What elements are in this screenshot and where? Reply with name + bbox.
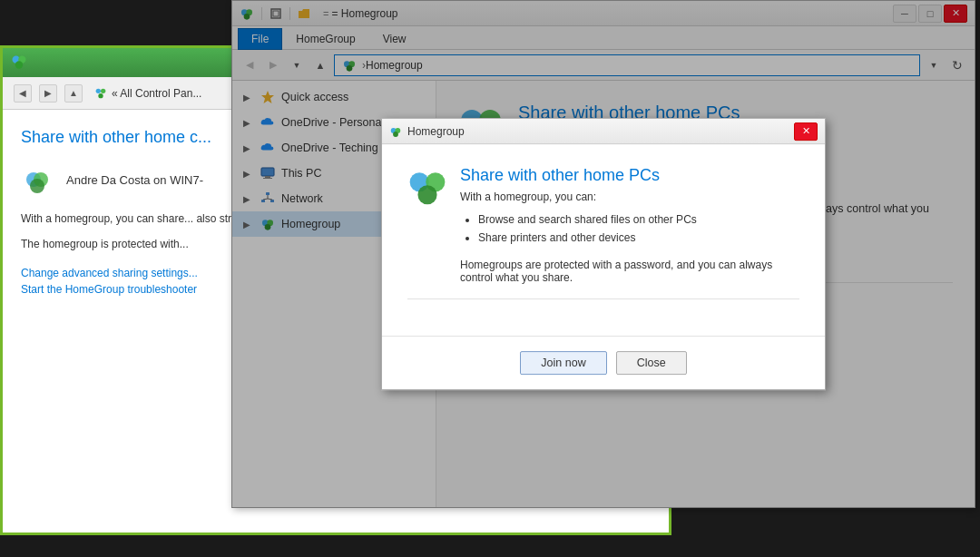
dialog-footer: Join now Close bbox=[382, 336, 825, 389]
bg-window-icon bbox=[10, 54, 28, 72]
dialog-desc: With a homegroup, you can: bbox=[460, 191, 799, 203]
svg-point-2 bbox=[15, 61, 23, 68]
svg-point-39 bbox=[417, 185, 436, 204]
bg-up-btn[interactable]: ▲ bbox=[64, 84, 83, 103]
dialog-share-title: Share with other home PCs bbox=[460, 166, 799, 185]
svg-point-36 bbox=[393, 132, 398, 137]
control-panel-icon bbox=[93, 86, 108, 101]
bg-back-btn[interactable]: ◀ bbox=[14, 84, 32, 103]
bg-forward-btn[interactable]: ▶ bbox=[39, 84, 57, 103]
homegroup-dialog: Homegroup ✕ Share with other home PCs Wi… bbox=[381, 118, 826, 390]
user-icon bbox=[21, 161, 57, 198]
bg-address-text: « All Control Pan... bbox=[112, 87, 201, 100]
dialog-list: Browse and search shared files on other … bbox=[478, 210, 799, 248]
dialog-title-text: Homegroup bbox=[407, 125, 789, 138]
dialog-list-item-2: Share printers and other devices bbox=[478, 230, 799, 248]
dialog-titlebar: Homegroup ✕ bbox=[382, 119, 825, 144]
svg-point-3 bbox=[96, 88, 101, 93]
bg-username: Andre Da Costa on WIN7- bbox=[66, 173, 203, 187]
dialog-close-btn[interactable]: Close bbox=[616, 351, 687, 375]
dialog-homegroup-icon bbox=[407, 166, 447, 206]
svg-point-8 bbox=[30, 179, 44, 193]
dialog-close-button[interactable]: ✕ bbox=[794, 122, 818, 141]
dialog-text-area: Share with other home PCs With a homegro… bbox=[460, 166, 799, 284]
dialog-icon bbox=[389, 125, 402, 138]
dialog-list-item-1: Browse and search shared files on other … bbox=[478, 210, 799, 229]
dialog-header: Share with other home PCs With a homegro… bbox=[407, 166, 799, 299]
svg-point-5 bbox=[98, 93, 103, 98]
dialog-overlay: Homegroup ✕ Share with other home PCs Wi… bbox=[231, 0, 975, 508]
dialog-note: Homegroups are protected with a password… bbox=[460, 259, 799, 284]
dialog-body: Share with other home PCs With a homegro… bbox=[382, 144, 825, 336]
dialog-join-now-button[interactable]: Join now bbox=[520, 351, 606, 375]
svg-point-4 bbox=[101, 88, 105, 93]
